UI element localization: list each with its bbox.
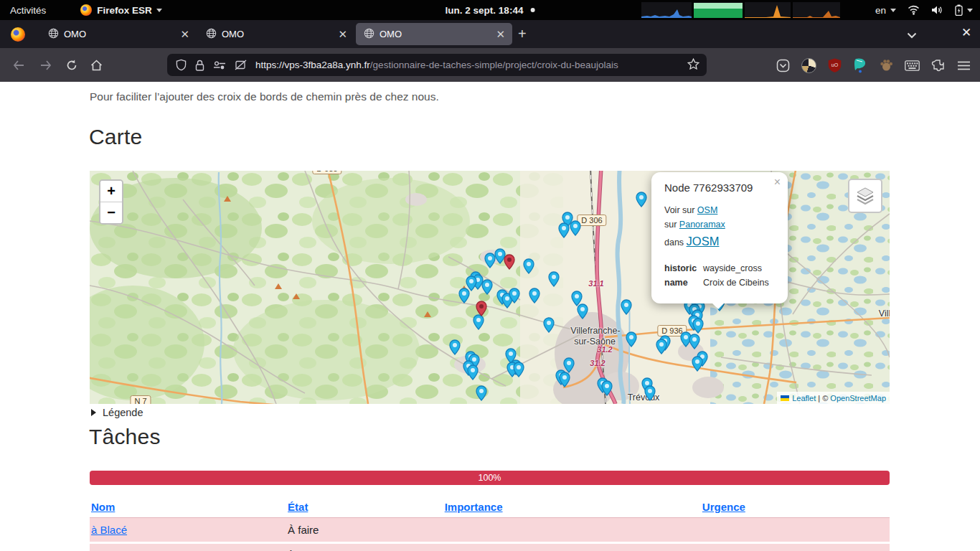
bookmark-star-icon[interactable]: [687, 58, 699, 72]
blue-marker[interactable]: [626, 331, 637, 347]
firefox-logo-icon: [11, 27, 25, 42]
intro-paragraph: Pour faciliter l’ajouter des croix de bo…: [90, 90, 439, 103]
leaflet-map[interactable]: D 306D 936N 7D 98531.131.231.2Villefranc…: [90, 171, 890, 404]
red-marker[interactable]: [476, 301, 487, 316]
blue-marker[interactable]: [523, 258, 534, 274]
sort-link-importance[interactable]: Importance: [445, 501, 503, 513]
blue-marker[interactable]: [458, 288, 470, 303]
tab-close-icon[interactable]: ✕: [338, 29, 347, 39]
keyboard-shortcuts-icon[interactable]: [903, 56, 921, 75]
tag-key: historic: [664, 263, 703, 273]
blue-marker[interactable]: [692, 356, 703, 372]
leaflet-link[interactable]: Leaflet: [792, 394, 816, 402]
place-label: sur-Saône: [574, 336, 616, 347]
popup-link-line: sur Panoramax: [664, 219, 775, 231]
task-link[interactable]: à Blacé: [91, 524, 127, 536]
popup-link-prefix: sur: [664, 220, 679, 230]
tab-close-icon[interactable]: ✕: [180, 29, 189, 39]
sort-link-nom[interactable]: Nom: [91, 501, 115, 513]
blue-marker[interactable]: [529, 288, 540, 303]
new-tab-button[interactable]: +: [518, 26, 527, 42]
notification-dot: [530, 8, 534, 12]
menu-hamburger-icon[interactable]: [954, 56, 973, 75]
firefox-logo-icon: [80, 4, 92, 16]
tasks-heading: Tâches: [89, 425, 161, 449]
blocked-media-icon[interactable]: [235, 60, 247, 70]
home-button[interactable]: [86, 55, 106, 75]
browser-tab[interactable]: OMO ✕: [40, 23, 197, 45]
blue-marker[interactable]: [513, 362, 524, 377]
addon-teal-icon[interactable]: [851, 56, 870, 75]
app-menu[interactable]: Firefox ESR: [73, 0, 169, 20]
blue-marker[interactable]: [558, 222, 570, 238]
blue-marker[interactable]: [548, 271, 560, 287]
firefox-view-button[interactable]: [7, 24, 29, 44]
blue-marker[interactable]: [473, 314, 484, 330]
keyboard-layout-indicator[interactable]: en: [875, 5, 896, 16]
battery-icon[interactable]: [955, 4, 973, 16]
activities-button[interactable]: Activités: [3, 0, 53, 20]
blue-marker[interactable]: [577, 303, 588, 319]
back-button[interactable]: [9, 55, 29, 75]
browser-tab[interactable]: OMO ✕: [356, 23, 512, 45]
sort-link-urgence[interactable]: Urgence: [702, 501, 745, 513]
blue-marker[interactable]: [692, 318, 704, 334]
osm-link[interactable]: OSM: [697, 205, 717, 215]
sort-link-état[interactable]: État: [288, 501, 308, 513]
popup-close-icon[interactable]: ×: [774, 177, 781, 187]
blue-marker[interactable]: [621, 299, 632, 315]
window-close-button[interactable]: ✕: [961, 25, 971, 40]
blue-marker[interactable]: [636, 192, 647, 207]
panoramax-link[interactable]: Panoramax: [679, 220, 725, 230]
system-tray[interactable]: en: [864, 0, 980, 20]
reload-button[interactable]: [62, 55, 82, 75]
osm-link[interactable]: OpenStreetMap: [830, 394, 886, 402]
permissions-toggle-icon[interactable]: [213, 61, 226, 70]
table-header-row: NomÉtatImportanceUrgence: [90, 496, 890, 517]
ublock-origin-icon[interactable]: uO: [825, 56, 844, 75]
blue-marker[interactable]: [476, 385, 487, 401]
extensions-puzzle-icon[interactable]: [928, 56, 947, 75]
zoom-in-button[interactable]: +: [100, 181, 122, 202]
tab-close-icon[interactable]: ✕: [496, 29, 505, 39]
blue-marker[interactable]: [543, 317, 555, 333]
browser-tab[interactable]: OMO ✕: [198, 23, 354, 45]
blue-marker[interactable]: [601, 380, 613, 396]
volume-icon[interactable]: [931, 5, 943, 15]
list-all-tabs-button[interactable]: [907, 29, 917, 42]
column-header: Nom: [90, 496, 286, 517]
addon-paw-icon[interactable]: [877, 56, 895, 75]
blue-marker[interactable]: [481, 279, 493, 295]
layers-control[interactable]: [848, 179, 882, 213]
svg-text:uO: uO: [831, 62, 838, 67]
clock[interactable]: lun. 2 sept. 18:44: [446, 0, 535, 20]
blue-marker[interactable]: [467, 364, 479, 380]
blue-marker[interactable]: [644, 385, 656, 401]
legend-toggle[interactable]: Légende: [91, 407, 143, 418]
shield-icon[interactable]: [176, 59, 187, 71]
blue-marker[interactable]: [689, 334, 700, 349]
place-label: Vill: [879, 309, 890, 319]
place-label: Villefranche-: [570, 326, 620, 336]
blue-marker[interactable]: [570, 220, 581, 236]
pocket-icon[interactable]: [773, 56, 792, 75]
blue-marker[interactable]: [656, 339, 667, 354]
task-urgence-cell: [701, 544, 890, 551]
blue-marker[interactable]: [509, 288, 520, 303]
addon-animal-icon[interactable]: [799, 56, 818, 75]
system-monitor-applet: [639, 2, 840, 18]
wifi-icon[interactable]: [908, 5, 920, 15]
blue-marker[interactable]: [449, 339, 461, 355]
cpu-graph: [641, 2, 692, 18]
zoom-control: + −: [99, 179, 123, 225]
url-bar[interactable]: https://vps-3fba2a8a.ynh.fr/gestionnaire…: [167, 54, 707, 76]
red-marker[interactable]: [504, 254, 515, 270]
disk-graph: [793, 2, 840, 18]
zoom-out-button[interactable]: −: [100, 202, 122, 223]
josm-link[interactable]: JOSM: [687, 235, 720, 248]
forward-button[interactable]: [36, 55, 56, 75]
popup-link-line: Voir sur OSM: [664, 204, 775, 217]
blue-marker[interactable]: [559, 372, 570, 387]
lock-icon[interactable]: [195, 60, 204, 71]
blue-marker[interactable]: [484, 253, 496, 268]
